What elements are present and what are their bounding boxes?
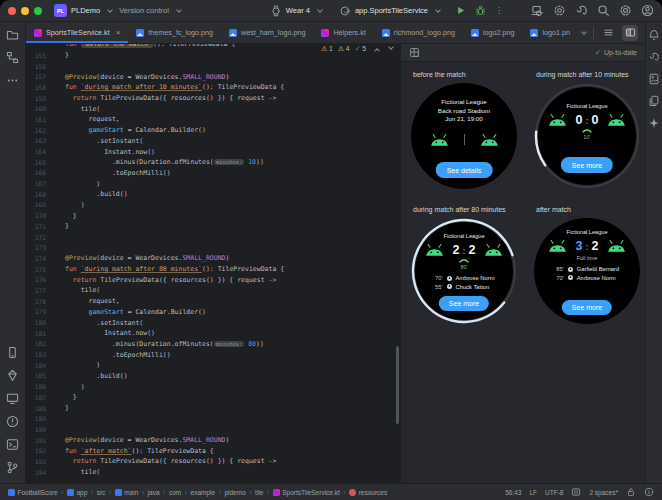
breadcrumb-label: resources <box>359 489 388 496</box>
match-score: 3:2 <box>576 239 599 253</box>
watch-tile-preview[interactable]: Fictional League2:280'70'Ambrose Norm55'… <box>411 218 517 324</box>
info-icon[interactable] <box>644 487 654 497</box>
account-icon[interactable] <box>641 4 654 17</box>
watch-tile-preview[interactable]: Fictional League3:2Full time85'Garfield … <box>534 218 640 324</box>
line-number: 169 <box>26 201 46 208</box>
code-line: 170 } <box>26 210 400 221</box>
breadcrumb-item[interactable]: com <box>169 489 181 496</box>
git-tool-icon[interactable] <box>6 461 19 474</box>
preview-list-icon[interactable] <box>600 25 616 41</box>
inspections-widget[interactable]: ⚠ 1 ⚠ 4 ✓ 5 <box>321 45 394 53</box>
breadcrumb-item[interactable]: main <box>115 489 139 496</box>
file-encoding[interactable]: UTF-8 <box>545 489 563 496</box>
run-button[interactable] <box>455 5 466 16</box>
breadcrumb-label: FootballScore <box>18 489 58 496</box>
gradle-sync-icon[interactable] <box>575 4 588 17</box>
editor-tab[interactable]: west_ham_logo.png <box>221 22 313 43</box>
image-file-icon <box>471 29 479 37</box>
running-devices-icon[interactable] <box>6 346 19 359</box>
hidden-tabs-chevron-icon[interactable] <box>581 29 587 35</box>
line-number: 182 <box>26 340 46 347</box>
split-editor-icon[interactable] <box>622 25 638 41</box>
breadcrumb-item[interactable]: src <box>97 489 106 496</box>
gear-update-icon[interactable] <box>553 4 566 17</box>
tab-label: themes_fc_logo.png <box>148 28 213 37</box>
line-number: 177 <box>26 287 46 294</box>
minimize-window-button[interactable] <box>21 7 29 15</box>
code-line: 160 tile( <box>26 103 400 114</box>
run-configuration-selector[interactable]: app.SportsTileService <box>339 5 441 17</box>
breadcrumb-item[interactable]: java <box>148 489 160 496</box>
code-line: 172 <box>26 232 400 243</box>
logcat-tool-icon[interactable] <box>6 392 19 405</box>
app-quality-insights-icon[interactable] <box>6 369 19 382</box>
structure-tool-icon[interactable] <box>6 51 19 64</box>
tile-preview-card: during match after 80 minutesFictional L… <box>411 206 534 324</box>
breadcrumb-item[interactable]: SportsTileService.kt <box>273 489 340 496</box>
breadcrumb-item[interactable]: FootballScore <box>8 489 58 496</box>
previous-problem-icon[interactable] <box>374 48 380 54</box>
watch-tile-preview[interactable]: Fictional LeagueBack road StadiumJun 21,… <box>411 83 517 189</box>
goal-event-row: 55'Chuck Tatton <box>434 284 495 290</box>
soccer-ball-icon <box>568 275 573 280</box>
notifications-bell-icon[interactable] <box>648 29 660 41</box>
editor-tab[interactable]: SportsTileService.kt× <box>26 22 128 43</box>
indent-setting[interactable]: 2 spaces* <box>589 489 618 496</box>
line-number: 185 <box>26 372 46 379</box>
editor-tab[interactable]: Helpers.kt <box>313 22 373 43</box>
maximize-window-button[interactable] <box>34 7 42 15</box>
caret-position[interactable]: 56:43 <box>505 489 521 496</box>
gemini-sparkle-icon[interactable] <box>648 117 660 129</box>
project-selector[interactable]: PL PLDemo <box>54 4 113 17</box>
reader-mode-icon[interactable] <box>571 487 581 497</box>
status-bar-right: 56:43 LF UTF-8 2 spaces* <box>505 487 654 497</box>
unlock-icon[interactable] <box>626 487 636 497</box>
breadcrumb-item[interactable]: resources <box>349 489 387 496</box>
code-line: 190 <box>26 424 400 435</box>
problems-tool-icon[interactable] <box>6 415 19 428</box>
project-tool-icon[interactable] <box>6 28 19 41</box>
code-line: 186 ) <box>26 381 400 392</box>
preview-grid-icon[interactable] <box>409 47 420 58</box>
device-explorer-tool-icon[interactable] <box>648 95 660 107</box>
line-number: 183 <box>26 351 46 358</box>
terminal-tool-icon[interactable] <box>6 438 19 451</box>
search-icon[interactable] <box>597 4 610 17</box>
code-line: 161 request, <box>26 114 400 125</box>
editor-tab[interactable]: logo1.pn <box>522 22 578 43</box>
line-number: 186 <box>26 383 46 390</box>
debug-button[interactable] <box>475 5 486 16</box>
settings-gear-icon[interactable] <box>619 4 632 17</box>
vcs-menu[interactable]: Version control <box>119 6 182 15</box>
tile-action-button: See more <box>561 157 613 173</box>
watch-tile-preview[interactable]: Fictional League0:010'See more <box>534 83 640 189</box>
close-tab-icon[interactable]: × <box>116 28 121 37</box>
editor-tab[interactable]: logo2.png <box>463 22 523 43</box>
code-line: 163 .setInstant( <box>26 136 400 147</box>
code-editor[interactable]: ⚠ 1 ⚠ 4 ✓ 5 fun `before the match`(): Ti… <box>26 44 400 483</box>
more-tool-windows-icon[interactable] <box>6 74 19 87</box>
breadcrumb-separator: › <box>219 489 221 496</box>
breadcrumb-item[interactable]: example <box>191 489 216 496</box>
editor-tab[interactable]: themes_fc_logo.png <box>128 22 221 43</box>
breadcrumb-separator: › <box>61 489 63 496</box>
breadcrumb-item[interactable]: pldemo <box>224 489 245 496</box>
gradle-tool-icon[interactable] <box>648 51 660 63</box>
next-problem-icon[interactable] <box>388 44 394 50</box>
editor-scrollbar[interactable] <box>396 346 399 424</box>
preview-image-tool-icon[interactable] <box>648 73 660 85</box>
more-run-options-button[interactable]: ⋮ <box>495 6 503 15</box>
editor-tab[interactable]: richmond_logo.png <box>374 22 463 43</box>
breadcrumb-item[interactable]: tile <box>255 489 263 496</box>
image-file-icon <box>530 29 538 37</box>
device-sync-icon[interactable] <box>531 4 544 17</box>
line-separator[interactable]: LF <box>529 489 537 496</box>
breadcrumb-item[interactable]: app <box>67 489 87 496</box>
code-line: 165 .minus(Duration.ofMinutes(minutes: 1… <box>26 157 400 168</box>
code-line: 182 .minus(Duration.ofMinutes(minutes: 8… <box>26 339 400 350</box>
device-selector[interactable]: Wear 4 <box>270 5 323 17</box>
code-line: 188} <box>26 403 400 414</box>
preview-panel-header: ✓Up-to-date <box>401 44 645 62</box>
close-window-button[interactable] <box>8 7 16 15</box>
code-line: 157@Preview(device = WearDevices.SMALL_R… <box>26 71 400 82</box>
